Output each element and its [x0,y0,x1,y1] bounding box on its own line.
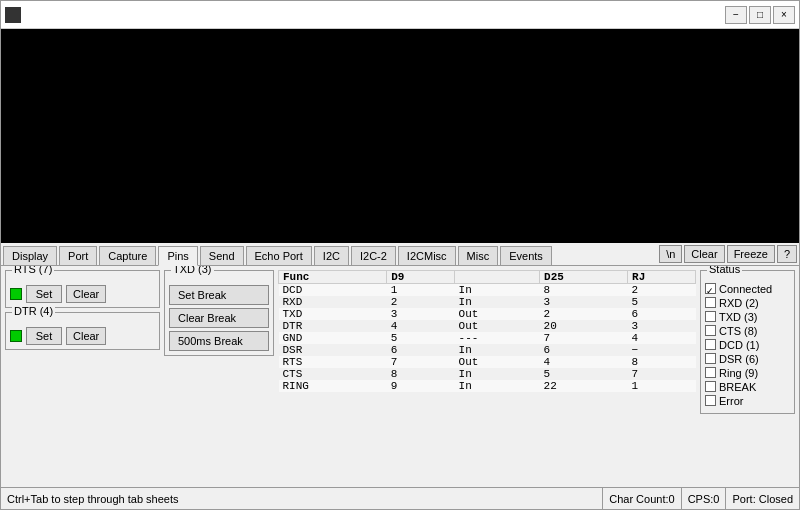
table-cell: 7 [540,332,628,344]
status-item-dsr6: DSR (6) [705,353,790,365]
table-cell: --- [455,332,540,344]
clear-toolbar-button[interactable]: Clear [684,245,724,263]
rts-clear-button[interactable]: Clear [66,285,106,303]
tab-events[interactable]: Events [500,246,552,265]
checkbox-dsr6[interactable] [705,353,716,364]
table-cell: 2 [540,308,628,320]
table-cell: 1 [628,380,696,392]
table-cell: 8 [628,356,696,368]
tab-i2c[interactable]: I2C [314,246,349,265]
status-label-dcd1: DCD (1) [719,339,759,351]
status-box-label: Status [707,266,742,275]
table-cell: 3 [540,296,628,308]
table-cell: Out [455,356,540,368]
status-label-connected: Connected [719,283,772,295]
dtr-set-button[interactable]: Set [26,327,62,345]
checkbox-txd3[interactable] [705,311,716,322]
checkbox-dcd1[interactable] [705,339,716,350]
table-cell: 7 [387,356,455,368]
table-cell: RXD [279,296,387,308]
newline-button[interactable]: \n [659,245,682,263]
table-cell: 6 [540,344,628,356]
txd-group: TXD (3) Set Break Clear Break 500ms Brea… [164,270,274,356]
checkbox-connected[interactable] [705,283,716,294]
checkbox-ring9[interactable] [705,367,716,378]
clear-break-button[interactable]: Clear Break [169,308,269,328]
tab-pins[interactable]: Pins [158,246,197,266]
rts-group: RTS (7) Set Clear [5,270,160,308]
rts-set-button[interactable]: Set [26,285,62,303]
table-cell: 22 [540,380,628,392]
table-cell: GND [279,332,387,344]
close-button[interactable]: × [773,6,795,24]
status-label-error: Error [719,395,743,407]
table-cell: 8 [540,283,628,296]
col-rj: RJ [628,270,696,283]
status-item-rxd2: RXD (2) [705,297,790,309]
tab-i2cmisc[interactable]: I2CMisc [398,246,456,265]
right-panel: Status ConnectedRXD (2)TXD (3)CTS (8)DCD… [700,270,795,484]
col-d25: D25 [540,270,628,283]
table-row: TXD3Out26 [279,308,696,320]
tab-port[interactable]: Port [59,246,97,265]
table-cell: 4 [628,332,696,344]
table-cell: 9 [387,380,455,392]
port-status-segment: Port: Closed [726,488,799,509]
tab-display[interactable]: Display [3,246,57,265]
cps-label: CPS: [688,493,714,505]
left-panel: RTS (7) Set Clear DTR (4) Set Clear [5,270,160,484]
table-cell: RING [279,380,387,392]
table-cell: 6 [628,308,696,320]
table-row: DTR4Out203 [279,320,696,332]
rts-controls-row: Set Clear [10,285,155,303]
dtr-controls-row: Set Clear [10,327,155,345]
checkbox-cts8[interactable] [705,325,716,336]
tab-i2c2[interactable]: I2C-2 [351,246,396,265]
status-bar: Ctrl+Tab to step through tab sheets Char… [1,487,799,509]
pins-table-panel: Func D9 D25 RJ DCD1In82RXD2In35TXD3Out26… [278,270,696,484]
table-cell: 4 [387,320,455,332]
dtr-group-label: DTR (4) [12,305,55,317]
table-cell: − [628,344,696,356]
help-button[interactable]: ? [777,245,797,263]
table-cell: 3 [387,308,455,320]
status-label-break: BREAK [719,381,756,393]
tab-send[interactable]: Send [200,246,244,265]
tabs-bar: Display Port Capture Pins Send Echo Port… [1,243,799,266]
table-row: DCD1In82 [279,283,696,296]
table-cell: DTR [279,320,387,332]
tab-echo-port[interactable]: Echo Port [246,246,312,265]
toolbar-right: \n Clear Freeze ? [659,245,797,265]
cps-value: 0 [713,493,719,505]
title-bar: − □ × [1,1,799,29]
checkbox-rxd2[interactable] [705,297,716,308]
table-cell: 4 [540,356,628,368]
maximize-button[interactable]: □ [749,6,771,24]
dtr-clear-button[interactable]: Clear [66,327,106,345]
hint-segment: Ctrl+Tab to step through tab sheets [1,488,603,509]
table-cell: 5 [540,368,628,380]
dtr-group: DTR (4) Set Clear [5,312,160,350]
tab-capture[interactable]: Capture [99,246,156,265]
set-break-button[interactable]: Set Break [169,285,269,305]
tab-misc[interactable]: Misc [458,246,499,265]
txd-group-label: TXD (3) [171,266,214,275]
checkbox-error[interactable] [705,395,716,406]
cps-segment: CPS: 0 [682,488,727,509]
table-cell: TXD [279,308,387,320]
freeze-button[interactable]: Freeze [727,245,775,263]
table-row: RING9In221 [279,380,696,392]
table-row: RTS7Out48 [279,356,696,368]
main-content: RTS (7) Set Clear DTR (4) Set Clear [1,266,799,488]
table-cell: 5 [387,332,455,344]
table-cell: DCD [279,283,387,296]
rts-led [10,288,22,300]
table-row: DSR6In6− [279,344,696,356]
table-cell: In [455,380,540,392]
minimize-button[interactable]: − [725,6,747,24]
table-cell: In [455,296,540,308]
checkbox-break[interactable] [705,381,716,392]
window-controls: − □ × [725,6,795,24]
char-count-label: Char Count: [609,493,668,505]
500ms-break-button[interactable]: 500ms Break [169,331,269,351]
